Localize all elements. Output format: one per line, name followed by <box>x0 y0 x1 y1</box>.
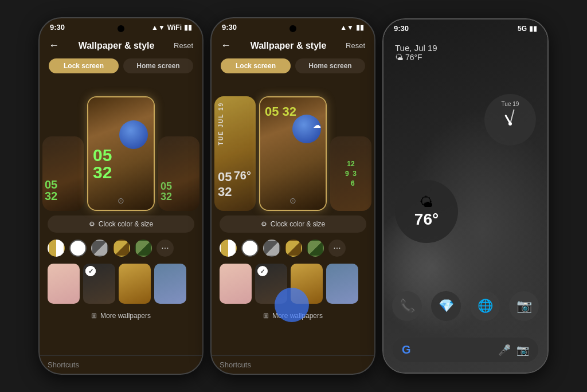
preview-card-left-1[interactable]: 0532 <box>42 136 84 211</box>
color-row-2: ··· <box>212 237 374 259</box>
google-g-logo: G <box>402 343 411 356</box>
gear-icon-2: ⚙ <box>261 220 267 228</box>
preview-card-right-2[interactable]: 129 3 6 <box>330 136 371 211</box>
wallpaper-thumb-dark-2[interactable]: ✓ <box>255 264 287 304</box>
status-time-3: 9:30 <box>394 24 409 33</box>
app-icon-phone[interactable]: 📞 <box>392 291 422 321</box>
color-dark-half-1[interactable] <box>91 240 108 257</box>
app-icon-camera[interactable]: 📷 <box>509 291 539 321</box>
signal-icon-2: ▲▼ <box>340 23 354 32</box>
clock-left-1: 0532 <box>45 179 57 202</box>
clock-center-1: 0532 <box>93 147 112 181</box>
color-row-1: ··· <box>40 237 202 259</box>
weather-icon-2: ☁ <box>313 120 321 130</box>
clock-bottom-left-2: 0532 <box>218 170 232 199</box>
wallpaper-thumb-dark-1[interactable]: ✓ <box>83 264 115 304</box>
grid-icon-2: ⊞ <box>263 312 269 320</box>
clock-widget-3[interactable]: Tue 19 <box>484 94 536 146</box>
clock-widget-bg: Tue 19 <box>484 94 536 146</box>
tab-home-screen-2[interactable]: Home screen <box>295 58 365 73</box>
wallpaper-thumb-amber-2[interactable] <box>291 264 323 304</box>
color-white-2[interactable] <box>241 240 259 257</box>
status-icons-2: ▲▼ ▮▮ <box>340 23 364 32</box>
clock-color-size-btn-1[interactable]: ⚙ Clock color & size <box>48 215 194 233</box>
more-colors-btn-2[interactable]: ··· <box>328 240 346 257</box>
page-title-1: Wallpaper & style <box>79 41 155 51</box>
color-white-1[interactable] <box>69 240 87 257</box>
more-wallpapers-btn-2[interactable]: ⊞ More wallpapers <box>212 308 374 323</box>
ws-header-2: ← Wallpaper & style Reset <box>212 34 374 56</box>
tab-bar-2: Lock screen Home screen <box>212 56 374 79</box>
phone-3: 9:30 5G ▮▮ Tue, Jul 19 🌤 76°F Tue 19 <box>382 18 549 374</box>
wallpaper-thumb-city-1[interactable] <box>154 264 186 304</box>
signal-icon-1: ▲▼ <box>151 23 165 32</box>
clock-dial-right-2: 129 3 6 <box>345 159 357 188</box>
microphone-icon[interactable]: 🎤 <box>498 344 511 356</box>
clock-btn-label-2: Clock color & size <box>271 220 325 228</box>
home-temp: 🌤 76°F <box>395 53 536 62</box>
preview-area-1: 0532 0532 ⊙ 0532 <box>40 79 202 211</box>
preview-card-left-2[interactable]: TUE JUL 19 0532 76° <box>214 96 256 211</box>
page-title-2: Wallpaper & style <box>251 41 327 51</box>
grid-icon-1: ⊞ <box>91 312 97 320</box>
tab-home-screen-1[interactable]: Home screen <box>123 58 193 73</box>
ws-screen-2: 9:30 ▲▼ ▮▮ ← Wallpaper & style Reset Loc… <box>212 18 374 374</box>
app-icon-diamond[interactable]: 💎 <box>431 291 461 321</box>
reset-button-1[interactable]: Reset <box>174 41 193 50</box>
status-icons-3: 5G ▮▮ <box>518 25 537 33</box>
back-button-2[interactable]: ← <box>221 40 231 52</box>
status-bar-3: 9:30 5G ▮▮ <box>383 19 547 35</box>
fingerprint-1: ⊙ <box>118 196 124 205</box>
color-gold-solid-2[interactable] <box>285 240 302 257</box>
ws-header-1: ← Wallpaper & style Reset <box>40 34 202 56</box>
phones-container: 9:30 ▲▼ WiFi ▮▮ ← Wallpaper & style Rese… <box>33 11 554 381</box>
ws-screen-1: 9:30 ▲▼ WiFi ▮▮ ← Wallpaper & style Rese… <box>40 18 202 374</box>
wallpaper-row-2: ✓ <box>212 259 374 308</box>
color-dark-half-2[interactable] <box>263 240 280 257</box>
wallpaper-row-1: ✓ <box>40 259 202 308</box>
search-bar-3[interactable]: G 🎤 📷 <box>393 338 538 362</box>
weather-widget-3[interactable]: 🌤 76° <box>395 180 458 243</box>
preview-card-center-2[interactable]: 05 32 ☁ ⊙ <box>259 96 327 211</box>
color-green-dark-2[interactable] <box>307 240 324 257</box>
phone-2: 9:30 ▲▼ ▮▮ ← Wallpaper & style Reset Loc… <box>210 17 375 375</box>
app-dock-3: 📞 💎 🌐 📷 <box>392 291 539 321</box>
status-time-2: 9:30 <box>222 23 237 32</box>
shortcuts-bar-2: Shortcuts <box>212 355 374 374</box>
home-date-area: Tue, Jul 19 🌤 76°F <box>383 35 547 64</box>
gear-icon-1: ⚙ <box>89 220 95 228</box>
color-gold-solid-1[interactable] <box>113 240 130 257</box>
preview-card-center-1[interactable]: 0532 ⊙ <box>87 96 155 211</box>
signal-icon-3: 5G <box>518 25 527 33</box>
shortcuts-label-2: Shortcuts <box>220 360 251 369</box>
color-gold-half-1[interactable] <box>48 240 65 257</box>
lens-icon[interactable]: 📷 <box>516 344 529 356</box>
wallpaper-thumb-city-2[interactable] <box>326 264 358 304</box>
preview-area-2: TUE JUL 19 0532 76° 05 32 ☁ ⊙ <box>212 79 374 211</box>
shortcuts-label-1: Shortcuts <box>48 360 79 369</box>
preview-card-right-1[interactable]: 0532 <box>158 136 199 211</box>
status-icons-1: ▲▼ WiFi ▮▮ <box>151 23 192 32</box>
wallpaper-thumb-pink-2[interactable] <box>220 264 252 304</box>
tab-lock-screen-1[interactable]: Lock screen <box>49 58 119 73</box>
clock-color-size-btn-2[interactable]: ⚙ Clock color & size <box>220 215 366 233</box>
app-icon-browser[interactable]: 🌐 <box>470 291 500 321</box>
more-wallpapers-btn-1[interactable]: ⊞ More wallpapers <box>40 308 202 323</box>
home-screen-3: 9:30 5G ▮▮ Tue, Jul 19 🌤 76°F Tue 19 <box>383 19 547 373</box>
color-green-dark-1[interactable] <box>135 240 152 257</box>
color-gold-half-2[interactable] <box>220 240 237 257</box>
wifi-icon-1: WiFi <box>167 23 182 32</box>
weather-temp-big: 76° <box>414 210 439 229</box>
wallpaper-thumb-pink-1[interactable] <box>48 264 80 304</box>
camera-hole-1 <box>118 25 124 32</box>
center-dot-3 <box>508 122 512 126</box>
battery-icon-3: ▮▮ <box>529 25 537 33</box>
weather-sun-icon: 🌤 <box>420 194 433 210</box>
more-wallpapers-label-2: More wallpapers <box>272 312 323 320</box>
reset-button-2[interactable]: Reset <box>346 41 365 50</box>
back-button-1[interactable]: ← <box>49 40 59 52</box>
wallpaper-thumb-amber-1[interactable] <box>119 264 151 304</box>
more-colors-btn-1[interactable]: ··· <box>156 240 174 257</box>
status-time-1: 9:30 <box>50 23 65 32</box>
tab-lock-screen-2[interactable]: Lock screen <box>221 58 291 73</box>
